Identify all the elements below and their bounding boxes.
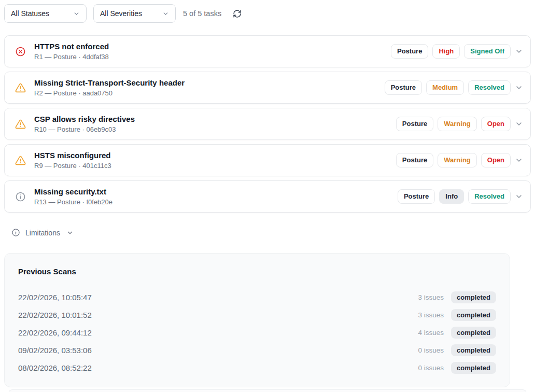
badge-resolved: Resolved [468,189,511,204]
error-x-circle-icon [15,46,26,57]
task-text: Missing security.txt R13 — Posture · f0f… [34,187,398,206]
badge-resolved: Resolved [468,80,511,95]
task-card[interactable]: Missing Strict-Transport-Security header… [4,72,531,104]
task-title: CSP allows risky directives [34,115,396,124]
scan-date: 22/02/2026, 10:01:52 [18,311,92,319]
previous-scans-title: Previous Scans [18,267,496,276]
badge-warning: Warning [438,153,477,167]
info-circle-icon [11,228,20,237]
chevron-down-icon [162,10,169,17]
chevron-down-icon [73,10,80,17]
badge-posture: Posture [398,189,435,204]
warning-triangle-icon [15,155,26,166]
scan-date: 09/02/2026, 03:53:06 [18,346,92,355]
task-text: HTTPS not enforced R1 — Posture · 4ddfaf… [34,42,391,61]
scan-list: 22/02/2026, 10:05:47 3 issues completed … [18,288,496,376]
limitations-toggle[interactable]: Limitations [4,228,531,237]
task-subtitle: R1 — Posture · 4ddfaf38 [34,53,391,61]
task-list: HTTPS not enforced R1 — Posture · 4ddfaf… [4,35,531,213]
expand-chevron-icon[interactable] [515,156,523,164]
badge-signed-off: Signed Off [464,44,511,59]
scan-date: 22/02/2026, 10:05:47 [18,293,92,302]
severity-filter-select[interactable]: All Severities [93,4,176,23]
task-card[interactable]: Missing security.txt R13 — Posture · f0f… [4,180,531,213]
scan-date: 08/02/2026, 08:52:22 [18,363,92,372]
task-subtitle: R10 — Posture · 06eb9c03 [34,125,396,133]
scan-row-right: 0 issues completed [418,344,496,356]
badge-high: High [432,44,460,59]
scan-issue-count: 3 issues [418,293,444,301]
previous-scans-panel: Previous Scans 22/02/2026, 10:05:47 3 is… [4,253,510,387]
warning-triangle-icon [15,82,26,93]
task-badges: PostureInfoResolved [398,189,511,204]
scan-row-right: 4 issues completed [418,327,496,339]
task-card[interactable]: CSP allows risky directives R10 — Postur… [4,108,531,140]
task-badges: PostureMediumResolved [385,80,511,95]
warning-triangle-icon [15,119,26,130]
badge-open: Open [481,153,511,167]
scan-row[interactable]: 22/02/2026, 09:44:12 4 issues completed [18,324,496,341]
status-filter-value: All Statuses [11,9,49,18]
scan-issue-count: 3 issues [418,311,444,319]
scan-status-badge: completed [451,362,496,374]
task-badges: PostureWarningOpen [396,117,511,131]
severity-filter-value: All Severities [100,9,142,18]
badge-info: Info [439,189,464,204]
task-badges: PostureHighSigned Off [391,44,511,59]
badge-open: Open [481,117,511,131]
badge-posture: Posture [391,44,428,59]
task-text: Missing Strict-Transport-Security header… [34,78,385,97]
info-circle-icon [15,191,26,202]
refresh-icon [233,9,242,18]
task-subtitle: R2 — Posture · aada0750 [34,89,385,97]
expand-chevron-icon[interactable] [515,83,523,92]
page-root: All Statuses All Severities 5 of 5 tasks [0,0,535,392]
next-panel-peek [8,389,527,392]
task-title: HSTS misconfigured [34,151,396,161]
scan-date: 22/02/2026, 09:44:12 [18,328,92,337]
badge-posture: Posture [385,80,422,95]
scan-row[interactable]: 22/02/2026, 10:01:52 3 issues completed [18,306,496,324]
expand-chevron-icon[interactable] [515,192,523,201]
scan-issue-count: 4 issues [418,329,444,337]
badge-posture: Posture [396,153,433,167]
chevron-down-icon [66,229,74,236]
scan-status-badge: completed [451,344,496,356]
scan-row-right: 3 issues completed [418,309,496,321]
status-filter-select[interactable]: All Statuses [4,4,87,23]
task-count-label: 5 of 5 tasks [183,9,221,18]
scan-issue-count: 0 issues [418,364,444,372]
task-badges: PostureWarningOpen [396,153,511,167]
scan-status-badge: completed [451,309,496,321]
filter-toolbar: All Statuses All Severities 5 of 5 tasks [4,4,531,23]
scan-row[interactable]: 22/02/2026, 10:05:47 3 issues completed [18,288,496,306]
task-card[interactable]: HTTPS not enforced R1 — Posture · 4ddfaf… [4,35,531,67]
task-text: CSP allows risky directives R10 — Postur… [34,115,396,134]
scan-row[interactable]: 09/02/2026, 03:53:06 0 issues completed [18,341,496,359]
refresh-button[interactable] [231,7,243,20]
badge-medium: Medium [426,80,464,95]
badge-posture: Posture [396,117,433,131]
badge-warning: Warning [438,117,477,131]
task-title: Missing Strict-Transport-Security header [34,78,385,88]
task-card[interactable]: HSTS misconfigured R9 — Posture · 401c11… [4,144,531,176]
task-text: HSTS misconfigured R9 — Posture · 401c11… [34,151,396,170]
scan-status-badge: completed [451,291,496,303]
scan-issue-count: 0 issues [418,346,444,354]
task-subtitle: R9 — Posture · 401c11c3 [34,162,396,170]
scan-row[interactable]: 08/02/2026, 08:52:22 0 issues completed [18,359,496,376]
task-title: Missing security.txt [34,187,398,197]
task-subtitle: R13 — Posture · f0feb20e [34,198,398,206]
scan-row-right: 0 issues completed [418,362,496,374]
scan-row-right: 3 issues completed [418,291,496,303]
task-title: HTTPS not enforced [34,42,391,52]
limitations-label: Limitations [25,229,60,237]
scan-status-badge: completed [451,327,496,339]
expand-chevron-icon[interactable] [515,120,523,128]
expand-chevron-icon[interactable] [515,47,523,55]
